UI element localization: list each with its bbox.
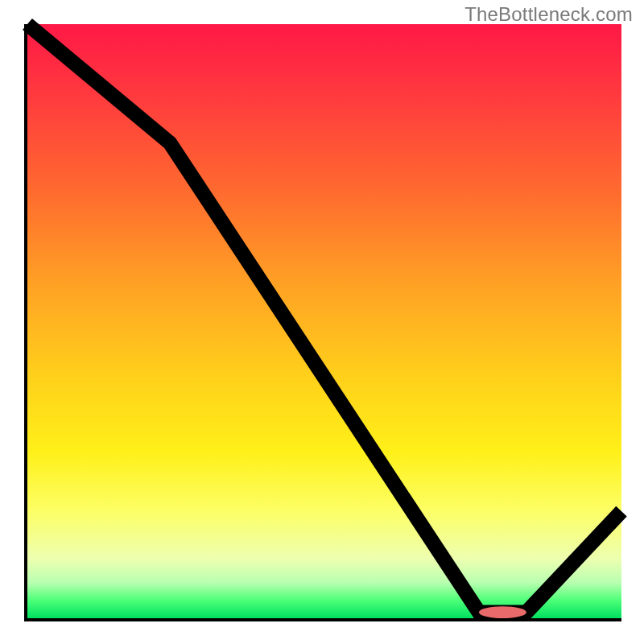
bottleneck-curve-path: [27, 24, 621, 613]
bottleneck-curve-svg: [27, 24, 621, 618]
optimal-range-marker: [479, 606, 526, 618]
watermark-text: TheBottleneck.com: [464, 3, 633, 26]
plot-area: [24, 24, 621, 621]
chart-wrapper: TheBottleneck.com: [0, 0, 644, 644]
